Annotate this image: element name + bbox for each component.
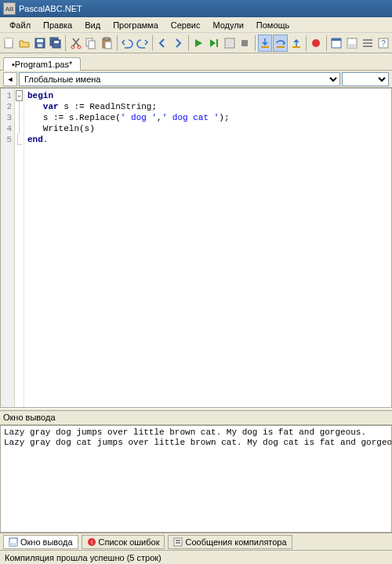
compiler-icon bbox=[173, 537, 183, 547]
run-step-button[interactable] bbox=[206, 35, 221, 52]
tab-program1[interactable]: •Program1.pas* bbox=[3, 57, 81, 71]
document-tabs: •Program1.pas* bbox=[0, 53, 392, 71]
output-content[interactable]: Lazy gray dog jumps over little brown ca… bbox=[0, 425, 392, 533]
nav-forward-button[interactable] bbox=[171, 35, 186, 52]
tab-compiler[interactable]: Сообщения компилятора bbox=[168, 535, 292, 549]
undo-button[interactable] bbox=[119, 35, 134, 52]
line-gutter: 1 2 3 4 5 bbox=[1, 89, 15, 407]
output-icon bbox=[9, 537, 18, 547]
copy-button[interactable] bbox=[84, 35, 99, 52]
svg-rect-27 bbox=[363, 39, 372, 41]
menubar: Файл Правка Вид Программа Сервис Модули … bbox=[0, 17, 392, 33]
svg-rect-7 bbox=[54, 41, 59, 43]
svg-rect-26 bbox=[347, 44, 357, 48]
svg-rect-17 bbox=[227, 40, 233, 46]
app-icon: AB bbox=[3, 2, 16, 15]
paste-button[interactable] bbox=[100, 35, 114, 52]
window-title: PascalABC.NET bbox=[19, 4, 82, 13]
toolbar-separator bbox=[65, 35, 66, 51]
menu-modules[interactable]: Модули bbox=[206, 19, 249, 31]
compile-button[interactable] bbox=[222, 35, 237, 52]
svg-rect-13 bbox=[104, 38, 109, 40]
svg-rect-18 bbox=[241, 40, 248, 46]
svg-text:?: ? bbox=[381, 39, 386, 48]
new-file-button[interactable] bbox=[2, 35, 16, 52]
svg-rect-21 bbox=[292, 46, 300, 48]
svg-rect-33 bbox=[9, 543, 17, 546]
nav-back-button[interactable] bbox=[155, 35, 170, 52]
help-button[interactable]: ? bbox=[376, 35, 390, 52]
menu-help[interactable]: Помощь bbox=[250, 19, 296, 31]
scope-select[interactable]: Глобальные имена bbox=[19, 72, 340, 86]
svg-rect-11 bbox=[89, 41, 95, 49]
menu-service[interactable]: Сервис bbox=[165, 19, 207, 31]
save-button[interactable] bbox=[33, 35, 48, 52]
tab-compiler-label: Сообщения компилятора bbox=[185, 537, 286, 547]
toolbar-separator bbox=[117, 35, 118, 51]
toolbar-separator bbox=[152, 35, 153, 51]
tab-errors-label: Список ошибок bbox=[99, 537, 160, 547]
svg-rect-37 bbox=[176, 540, 180, 541]
status-text: Компиляция прошла успешно (5 строк) bbox=[5, 553, 162, 562]
menu-view[interactable]: Вид bbox=[78, 19, 107, 31]
toolbar: ? bbox=[0, 33, 392, 53]
redo-button[interactable] bbox=[135, 35, 150, 52]
stop-button[interactable] bbox=[238, 35, 252, 52]
step-over-button[interactable] bbox=[273, 35, 288, 52]
statusbar: Компиляция прошла успешно (5 строк) bbox=[0, 550, 392, 564]
svg-text:!: ! bbox=[90, 539, 92, 546]
menu-file[interactable]: Файл bbox=[3, 19, 37, 31]
run-button[interactable] bbox=[191, 35, 205, 52]
toolbar-separator bbox=[188, 35, 189, 51]
fold-toggle[interactable]: − bbox=[16, 90, 23, 101]
svg-rect-19 bbox=[261, 46, 269, 48]
options-button[interactable] bbox=[360, 35, 375, 52]
toolbar-separator bbox=[255, 35, 256, 51]
toolbar-separator bbox=[326, 35, 327, 51]
svg-rect-3 bbox=[37, 39, 43, 42]
code-editor[interactable]: 1 2 3 4 5 − begin var s := ReadlnString;… bbox=[0, 88, 392, 408]
menu-edit[interactable]: Правка bbox=[37, 19, 78, 31]
fold-gutter: − bbox=[15, 89, 24, 407]
svg-rect-15 bbox=[216, 39, 218, 47]
output-panel: Окно вывода Lazy gray dog jumps over lit… bbox=[0, 411, 392, 533]
code-content[interactable]: begin var s := ReadlnString; s := s.Repl… bbox=[24, 89, 391, 407]
form-designer-button[interactable] bbox=[329, 35, 344, 52]
menu-program[interactable]: Программа bbox=[107, 19, 165, 31]
save-all-button[interactable] bbox=[48, 35, 63, 52]
svg-rect-14 bbox=[105, 42, 111, 49]
svg-rect-28 bbox=[363, 42, 372, 44]
svg-rect-29 bbox=[363, 45, 372, 47]
step-into-button[interactable] bbox=[258, 35, 273, 52]
step-out-button[interactable] bbox=[289, 35, 303, 52]
error-icon: ! bbox=[87, 537, 96, 547]
breakpoint-button[interactable] bbox=[309, 35, 324, 52]
svg-rect-38 bbox=[176, 542, 180, 544]
svg-rect-24 bbox=[332, 38, 341, 41]
svg-rect-1 bbox=[5, 38, 13, 41]
tab-output[interactable]: Окно вывода bbox=[3, 535, 78, 549]
toolbar-separator bbox=[306, 35, 307, 51]
output-panel-title: Окно вывода bbox=[0, 411, 392, 425]
toggle-panel-button[interactable] bbox=[344, 35, 359, 52]
bottom-tabs: Окно вывода ! Список ошибок Сообщения ко… bbox=[0, 533, 392, 550]
svg-rect-20 bbox=[277, 46, 285, 48]
tab-errors[interactable]: ! Список ошибок bbox=[82, 535, 165, 549]
member-select[interactable] bbox=[342, 72, 389, 86]
titlebar: AB PascalABC.NET bbox=[0, 0, 392, 17]
code-navbar: ◄ Глобальные имена bbox=[0, 71, 392, 88]
svg-rect-4 bbox=[38, 44, 42, 47]
cut-button[interactable] bbox=[68, 35, 83, 52]
svg-point-22 bbox=[312, 39, 320, 47]
tab-output-label: Окно вывода bbox=[20, 537, 73, 547]
nav-prev-button[interactable]: ◄ bbox=[3, 72, 17, 86]
open-file-button[interactable] bbox=[17, 35, 32, 52]
